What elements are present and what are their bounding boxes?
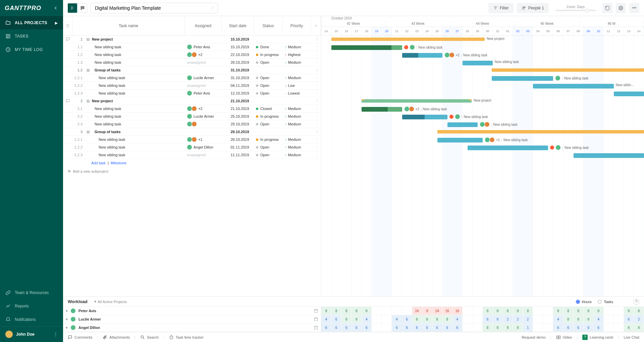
workload-cell[interactable]: 4 — [452, 315, 463, 323]
task-date[interactable]: 31.10.2019 — [224, 76, 256, 80]
gantt-task-bar[interactable] — [362, 107, 402, 112]
task-assigned[interactable]: Lucile Armer — [187, 75, 224, 80]
workload-cell[interactable]: 4 — [321, 315, 331, 323]
workload-cell[interactable]: 8 — [564, 315, 574, 323]
workload-cell[interactable] — [463, 324, 473, 332]
workload-cell[interactable]: 8 — [412, 315, 422, 323]
task-row[interactable]: 3⊟Group of tasks28.10.2019⋮ — [63, 128, 321, 136]
task-date[interactable]: 21.10.2019 — [224, 107, 256, 111]
col-name[interactable]: Task name — [72, 16, 185, 35]
comment-icon[interactable] — [65, 37, 70, 42]
workload-cell[interactable]: 8 — [483, 307, 493, 315]
task-assigned[interactable]: +1 — [187, 137, 224, 142]
workload-cell[interactable]: 8 — [574, 315, 584, 323]
task-status[interactable]: Open — [256, 83, 285, 88]
task-row[interactable]: 2.3New sibling task29.10.2019 Open↑ Medi… — [63, 120, 321, 128]
footer-tracker[interactable]: Task time tracker — [169, 335, 204, 340]
star-icon[interactable]: ☆ — [211, 5, 215, 10]
workload-cell[interactable]: 6 — [352, 324, 362, 332]
workload-cell[interactable]: 2 — [503, 315, 513, 323]
workload-person-row[interactable]: ▾Angel Dillon — [63, 324, 321, 332]
workload-cell[interactable]: 6 — [422, 324, 432, 332]
expand-toggle[interactable]: ⊟ — [85, 130, 91, 134]
workload-cell[interactable] — [372, 307, 382, 315]
workload-cell[interactable] — [614, 307, 624, 315]
row-menu-icon[interactable]: ⋮ — [313, 83, 321, 88]
add-column-icon[interactable]: ＋ — [311, 16, 321, 35]
task-assigned[interactable]: +2 — [187, 52, 224, 57]
task-row[interactable]: 1.2New sibling task +222.10.2019 In prog… — [63, 51, 321, 59]
workload-cell[interactable]: 4 — [594, 315, 604, 323]
task-priority[interactable]: ↓ Lowest — [285, 91, 313, 95]
task-row[interactable]: 1⊟New project15.10.2019⋮ — [63, 36, 321, 43]
task-date[interactable]: 11.11.2019 — [224, 153, 256, 157]
add-milestone-link[interactable]: Milestone — [111, 161, 126, 165]
workload-cell[interactable]: 8 — [442, 315, 452, 323]
task-date[interactable]: 21.10.2019 — [224, 99, 256, 103]
task-date[interactable]: 01.11.2019 — [224, 145, 256, 149]
task-name[interactable]: New sibling task — [91, 45, 187, 49]
workload-cell[interactable]: 8 — [584, 315, 594, 323]
task-assigned[interactable]: Lucile Armer — [187, 114, 224, 119]
workload-cell[interactable] — [382, 324, 392, 332]
task-status[interactable]: Done — [256, 45, 285, 49]
task-row[interactable]: 1.2.1New sibling task Lucile Armer31.10.… — [63, 74, 321, 82]
row-menu-icon[interactable]: ⋮ — [313, 145, 321, 150]
workload-cell[interactable]: 6 — [432, 324, 442, 332]
workload-cell[interactable]: 8 — [634, 324, 644, 332]
chevron-down-icon[interactable]: ▾ — [66, 309, 68, 313]
people-button[interactable]: People 1 — [517, 3, 549, 13]
task-assigned[interactable]: unassigned — [187, 60, 224, 64]
workload-cell[interactable]: 8 — [483, 324, 493, 332]
chevron-down-icon[interactable]: ▾ — [66, 326, 68, 330]
task-status[interactable]: Open — [256, 91, 285, 95]
workload-cell[interactable] — [463, 307, 473, 315]
workload-cell[interactable]: 6 — [493, 315, 503, 323]
zoom-slider[interactable] — [555, 10, 596, 11]
task-priority[interactable]: ↑ Medium — [285, 153, 313, 157]
workload-cell[interactable]: 8 — [553, 307, 563, 315]
calendar-icon[interactable] — [314, 325, 318, 330]
workload-cell[interactable]: 6 — [564, 324, 574, 332]
workload-cell[interactable]: 8 — [634, 307, 644, 315]
task-priority[interactable]: ↑ Medium — [285, 137, 313, 141]
workload-cell[interactable] — [604, 307, 614, 315]
task-priority[interactable]: ↑ Highest — [285, 53, 313, 57]
task-name[interactable]: New sibling task — [91, 60, 187, 64]
expand-toggle[interactable]: ⊟ — [85, 99, 91, 103]
workload-cell[interactable]: 8 — [362, 307, 372, 315]
task-date[interactable]: 12.10.2019 — [224, 91, 256, 95]
workload-cell[interactable]: 8 — [564, 307, 574, 315]
task-assigned[interactable]: unassigned — [187, 153, 224, 157]
gantt-summary-bar[interactable] — [437, 130, 644, 133]
row-menu-icon[interactable]: ⋮ — [313, 114, 321, 119]
add-task-link[interactable]: Add task — [91, 161, 106, 165]
workload-cell[interactable]: 8 — [432, 315, 442, 323]
workload-cell[interactable]: 8 — [624, 307, 634, 315]
task-name[interactable]: New project — [91, 37, 187, 41]
workload-cell[interactable] — [543, 315, 553, 323]
row-menu-icon[interactable]: ⋮ — [313, 76, 321, 80]
task-name[interactable]: New sibling task — [91, 107, 187, 111]
task-name[interactable]: Group of tasks — [91, 130, 187, 134]
workload-cell[interactable] — [372, 315, 382, 323]
workload-cell[interactable]: 8 — [624, 324, 634, 332]
gantt-task-bar[interactable] — [492, 76, 553, 81]
task-status[interactable]: Open — [256, 122, 285, 126]
collapse-sidebar-icon[interactable] — [53, 5, 58, 11]
workload-cell[interactable]: 6 — [574, 324, 584, 332]
user-row[interactable]: John Doe ⋮ — [0, 326, 63, 342]
workload-cell[interactable]: 6 — [584, 324, 594, 332]
gantt-summary-bar[interactable] — [331, 38, 485, 41]
gantt-area[interactable]: New project|New sibling task+2|New sibli… — [321, 36, 644, 296]
gantt-task-bar[interactable] — [402, 115, 447, 119]
row-menu-icon[interactable]: ⋮ — [313, 45, 321, 49]
task-name[interactable]: New sibling task — [91, 122, 187, 126]
task-status[interactable]: Open — [256, 145, 285, 149]
task-assigned[interactable]: unassigned — [187, 83, 224, 88]
task-priority[interactable]: ↑ Medium — [285, 145, 313, 149]
task-status[interactable]: Open — [256, 76, 285, 80]
comment-icon[interactable] — [65, 99, 70, 103]
task-date[interactable]: 28.10.2019 — [224, 60, 256, 64]
task-date[interactable]: 31.10.2019 — [224, 68, 256, 72]
